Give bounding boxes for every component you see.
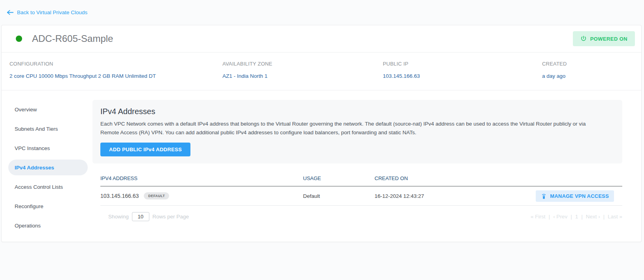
section-description: Each VPC Network comes with a default IP… [100,120,594,137]
sidebar-item-vpc-instances[interactable]: VPC Instances [8,139,88,158]
info-value: a day ago [542,73,641,79]
sidebar-item-ipv4-addresses[interactable]: IPv4 Addresses [8,160,88,175]
card-content: Overview Subnets And Tiers VPC Instances… [2,90,641,235]
ipv4-address-cell: 103.145.166.63 DEFAULT [100,192,303,199]
info-label: CONFIGURATION [9,61,222,67]
status-dot-icon [16,36,22,42]
back-to-vpc-link[interactable]: Back to Virtual Private Clouds [7,9,87,15]
showing-label: Showing [108,214,129,220]
pager-next[interactable]: Next › [586,214,600,220]
col-header-created-on: CREATED ON [375,175,622,181]
ipv4-table: IPV4 ADDRESS USAGE CREATED ON 103.145.16… [92,173,622,221]
page-title: ADC-R605-Sample [32,33,113,44]
created-on-cell: 16-12-2024 12:43:27 [375,193,493,199]
pager-separator: | [571,214,572,220]
vpc-info-row: CONFIGURATION 2 core CPU 10000 Mbps Thro… [2,53,641,90]
pager-last[interactable]: Last » [608,214,622,220]
pager-separator: | [581,214,583,220]
info-value: 2 core CPU 10000 Mbps Throughput 2 GB RA… [9,73,222,79]
back-row: Back to Virtual Private Clouds [0,0,644,25]
info-label: AVAILABILITY ZONE [222,61,383,67]
pager-separator: | [603,214,605,220]
ipv4-intro-panel: IPv4 Addresses Each VPC Network comes wi… [92,100,622,163]
manage-vpn-access-button[interactable]: MANAGE VPN ACCESS [536,190,614,202]
pager-links: « First | ‹ Prev | 1 | Next › | Last » [531,214,622,220]
usage-cell: Default [303,193,375,199]
sidebar-item-access-control-lists[interactable]: Access Control Lists [8,177,88,197]
vpn-remote-icon [541,193,547,199]
info-availability-zone: AVAILABILITY ZONE AZ1 - India North 1 [222,61,383,79]
pager-prev[interactable]: ‹ Prev [553,214,567,220]
rows-per-page-control: Showing Rows per Page [108,212,189,221]
sidebar-item-reconfigure[interactable]: Reconfigure [8,197,88,216]
info-value: AZ1 - India North 1 [222,73,383,79]
sidebar-item-overview[interactable]: Overview [8,100,88,119]
rows-per-page-input[interactable] [132,212,149,221]
arrow-left-icon [7,9,13,15]
back-link-label: Back to Virtual Private Clouds [17,9,87,15]
power-icon [580,36,587,42]
powered-on-badge: POWERED ON [573,31,635,46]
pager-separator: | [549,214,550,220]
sidebar-item-subnets-and-tiers[interactable]: Subnets And Tiers [8,119,88,139]
info-public-ip: PUBLIC IP 103.145.166.63 [383,61,542,79]
rows-per-page-label: Rows per Page [153,214,189,220]
section-title: IPv4 Addresses [100,107,614,116]
info-label: CREATED [542,61,641,67]
pager-current-page: 1 [575,214,578,220]
card-header: ADC-R605-Sample POWERED ON [2,25,641,53]
manage-vpn-access-label: MANAGE VPN ACCESS [550,193,609,199]
table-row: 103.145.166.63 DEFAULT Default 16-12-202… [100,186,622,206]
info-created: CREATED a day ago [542,61,641,79]
vpc-detail-card: ADC-R605-Sample POWERED ON CONFIGURATION… [1,25,642,242]
ipv4-main-panel: IPv4 Addresses Each VPC Network comes wi… [92,100,622,235]
pagination-row: Showing Rows per Page « First | ‹ Prev |… [100,212,622,221]
pager-first[interactable]: « First [531,214,546,220]
sidebar-item-operations[interactable]: Operations [8,216,88,235]
default-badge: DEFAULT [144,192,169,199]
ipv4-address-value: 103.145.166.63 [100,193,139,199]
info-value: 103.145.166.63 [383,73,542,79]
col-header-usage: USAGE [303,175,375,181]
table-header-row: IPV4 ADDRESS USAGE CREATED ON [100,173,622,186]
add-public-ipv4-button[interactable]: ADD PUBLIC IPv4 ADDRESS [100,143,190,156]
col-header-ipv4-address: IPV4 ADDRESS [100,175,303,181]
info-label: PUBLIC IP [383,61,542,67]
vpc-tabs-sidebar: Overview Subnets And Tiers VPC Instances… [2,100,92,235]
info-configuration: CONFIGURATION 2 core CPU 10000 Mbps Thro… [9,61,222,79]
powered-on-label: POWERED ON [590,36,627,42]
